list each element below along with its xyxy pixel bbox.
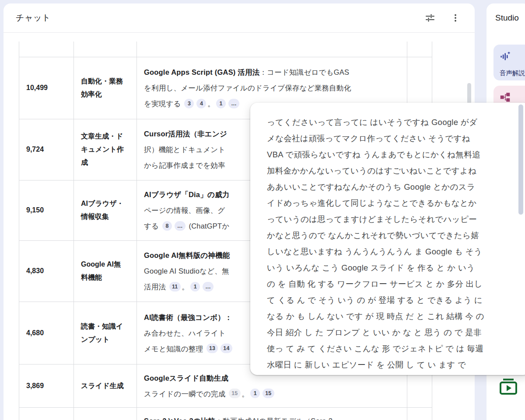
citation-badge[interactable]: 14 [220,344,232,353]
category-cell: AIブラウザ・情報収集 [74,180,137,240]
citation-badge[interactable]: 4 [196,99,206,108]
table-row [19,42,432,57]
description-text: Cursor活用法（非エンジ [144,130,227,138]
description-text: から記事作成までを効率 [144,161,225,169]
more-vert-icon [450,13,461,23]
count-cell: 4,830 [19,240,74,302]
empty-cell [407,42,432,57]
count-cell: 10,499 [19,57,74,119]
category-cell [74,42,137,57]
citation-badge[interactable]: … [203,282,214,292]
description-text: AI読書術（最強コンボ）： [144,313,232,321]
count-cell [19,407,74,420]
description-text: ：コード知識ゼロでもGAS [259,68,349,76]
transcript-popup: ってくださいって言ってに はいそうですね Google がダ メな会社は頑張って… [250,103,525,375]
chat-settings-button[interactable] [421,9,439,27]
description-text: 。 [207,100,215,108]
category-cell: スライド生成 [74,364,137,407]
studio-panel-title: Studio [495,13,519,23]
citation-badge[interactable]: … [228,99,239,108]
table-row: Sora 2とVeo 3の比較：動画生成AIの最新モデル（Sora 2 [19,407,432,420]
description-text: 択）機能とドキュメント [144,146,225,153]
category-cell [74,407,137,420]
category-cell: 読書・知識インプット [74,302,137,364]
description-text: 。 [242,390,249,398]
audio-waveform-sparkle-icon [500,56,511,63]
description-text: を利用し、メール添付ファイルのドライブ保存など業務自動化 [144,84,351,92]
transcript-text: ってくださいって言ってに はいそうですね Google がダ メな会社は頑張って… [250,103,525,375]
description-text: 動画生成AIの最新モデル（Sora 2 [223,417,332,420]
description-text: Google AI Studioなど、無 [144,267,229,275]
description-cell [137,42,407,57]
description-cell: Sora 2とVeo 3の比較：動画生成AIの最新モデル（Sora 2 [137,407,407,420]
citation-badge[interactable]: 15 [229,389,240,398]
tune-icon [425,13,435,23]
description-text: Googleスライド自動生成 [144,374,228,382]
category-cell: Google AI無料機能 [74,240,137,302]
description-text: 活用法 [144,283,168,291]
chat-panel-title: チャット [16,12,51,24]
video-subscriptions-icon [498,391,519,398]
citation-badge[interactable]: 1 [216,99,226,108]
citation-badge[interactable]: 8 [162,221,172,231]
description-text: スライドの一瞬での完成 [144,390,228,398]
citation-badge[interactable]: … [175,221,186,231]
category-cell: 文章生成・ドキュメント作成 [74,119,137,180]
category-cell: 自動化・業務効率化 [74,57,137,119]
citation-badge[interactable]: 13 [206,344,218,353]
citation-badge[interactable]: 1 [250,389,260,398]
count-cell: 4,680 [19,302,74,364]
description-text: Sora 2とVeo 3の比較： [144,417,223,420]
description-text: AIブラウザ「Dia」の威力 [144,191,229,198]
audio-overview-label: 音声解説 [500,69,525,77]
description-text: を実現する [144,100,183,108]
audio-overview-card[interactable]: 音声解説 [494,45,525,80]
description-text: Google AI無料版の神機能 [144,251,230,259]
citation-badge[interactable]: 3 [184,99,194,108]
chat-header: チャット [4,3,475,33]
description-text: ページの情報、画像、グ [144,206,225,214]
count-cell: 9,150 [19,180,74,240]
citation-badge[interactable]: 15 [262,389,274,398]
empty-cell [407,407,432,420]
citation-badge[interactable]: 1 [190,282,200,292]
description-text: (ChatGPTか [187,222,230,230]
video-report-icon[interactable] [498,376,519,397]
citation-badge[interactable]: 11 [169,282,181,292]
count-cell: 9,724 [19,119,74,180]
description-text: メモと知識の整理 [144,345,205,353]
description-text: み合わせた、ハイライト [144,329,226,337]
count-cell [19,42,74,57]
description-text: Google Apps Script (GAS) 活用法 [144,68,259,76]
chat-more-button[interactable] [447,9,464,27]
description-text: 。 [182,283,189,291]
count-cell: 3,869 [19,364,74,407]
description-text: する [144,222,161,230]
popup-scrollbar-thumb[interactable] [518,104,523,215]
